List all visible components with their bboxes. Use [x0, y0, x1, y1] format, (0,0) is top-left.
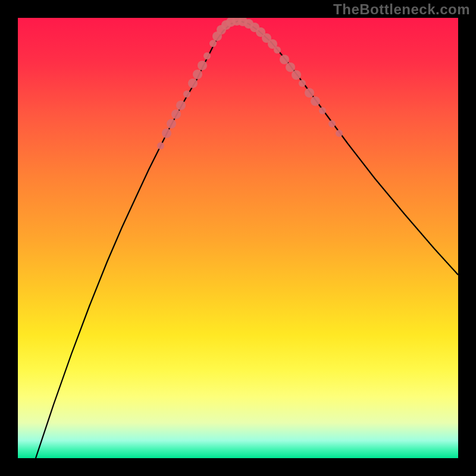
bottleneck-curve	[36, 21, 458, 458]
curve-marker	[157, 142, 164, 149]
chart-stage: TheBottleneck.com	[0, 0, 476, 476]
curve-marker	[319, 107, 326, 114]
curve-marker	[280, 55, 289, 64]
curve-markers	[157, 18, 343, 149]
curve-marker	[171, 109, 181, 119]
curve-marker	[183, 90, 190, 98]
curve-marker	[311, 96, 320, 106]
curve-marker	[198, 61, 207, 70]
curve-marker	[176, 101, 186, 110]
curve-marker	[188, 79, 198, 88]
curve-marker	[299, 80, 306, 87]
curve-marker	[305, 88, 314, 98]
curve-marker	[336, 130, 343, 137]
curve-marker	[292, 70, 301, 80]
curve-marker	[162, 129, 171, 138]
chart-svg	[18, 18, 458, 458]
curve-marker	[274, 46, 281, 54]
curve-marker	[203, 52, 211, 60]
plot-area	[18, 18, 458, 458]
watermark-text: TheBottleneck.com	[333, 1, 470, 18]
curve-marker	[286, 62, 295, 72]
curve-marker	[209, 40, 217, 47]
curve-marker	[328, 120, 336, 127]
curve-marker	[193, 70, 202, 79]
curve-marker	[167, 119, 176, 129]
